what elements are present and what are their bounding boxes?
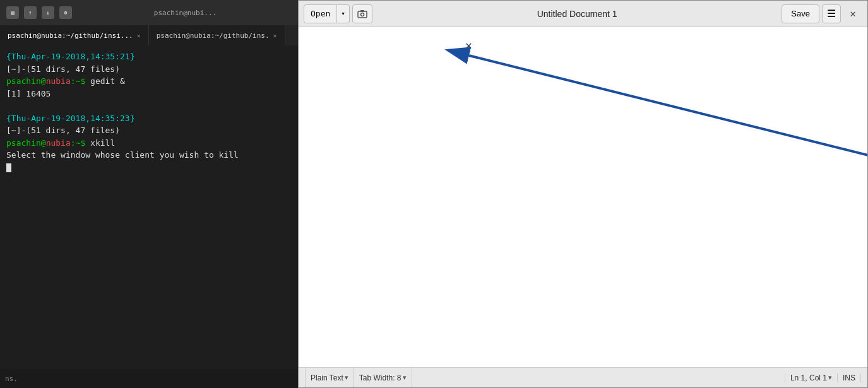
- terminal-line-9: Select the window whose client you wish …: [6, 149, 294, 162]
- gedit-statusbar: Plain Text ▾ Tab Width: 8 ▾ Ln 1, Col 1 …: [299, 367, 867, 387]
- statusbar-plaintext-label: Plain Text: [311, 373, 343, 382]
- gedit-window: Open ▾ Untitled Document 1 Save ☰ ✕ ✕: [298, 0, 868, 388]
- terminal-tab-1[interactable]: psachin@nubia:~/github/insi... ✕: [0, 25, 149, 45]
- gedit-titlebar: Open ▾ Untitled Document 1 Save ☰ ✕: [299, 1, 867, 27]
- gedit-save-button[interactable]: Save: [782, 4, 819, 23]
- statusbar-tabwidth-dropdown[interactable]: ▾: [403, 373, 407, 382]
- x-marker: ✕: [465, 38, 472, 52]
- statusbar-tabwidth-label: Tab Width: 8: [359, 373, 401, 382]
- gedit-editor[interactable]: ✕: [299, 27, 867, 367]
- statusbar-lncol-label: Ln 1, Col 1: [790, 373, 827, 382]
- terminal-line-8: psachin@nubia:~$ xkill: [6, 137, 294, 150]
- terminal-title: psachin@nubi...: [154, 9, 217, 17]
- gedit-open-button[interactable]: Open: [304, 4, 337, 23]
- svg-point-1: [360, 13, 364, 16]
- terminal-bottom: ns.: [0, 369, 300, 388]
- gedit-document-title: Untitled Document 1: [372, 9, 782, 19]
- statusbar-tabwidth[interactable]: Tab Width: 8 ▾: [354, 368, 412, 387]
- arrow-annotation: [425, 40, 867, 166]
- terminal-tabs: psachin@nubia:~/github/insi... ✕ psachin…: [0, 25, 300, 45]
- gedit-menu-button[interactable]: ☰: [822, 4, 841, 23]
- statusbar-ins: INS: [838, 373, 861, 382]
- terminal-btn-1[interactable]: ▤: [6, 6, 19, 19]
- statusbar-plaintext-dropdown[interactable]: ▾: [345, 373, 348, 382]
- terminal-tab-2-close[interactable]: ✕: [273, 32, 277, 39]
- terminal-content: {Thu-Apr-19-2018,14:35:21} [~]-(51 dirs,…: [0, 45, 300, 388]
- terminal-line-6: {Thu-Apr-19-2018,14:35:23}: [6, 112, 294, 125]
- terminal-tab-1-close[interactable]: ✕: [137, 32, 141, 39]
- terminal-line-1: {Thu-Apr-19-2018,14:35:21}: [6, 50, 294, 63]
- statusbar-ins-label: INS: [843, 373, 855, 382]
- gedit-close-button[interactable]: ✕: [843, 4, 862, 23]
- statusbar-plaintext[interactable]: Plain Text ▾: [305, 368, 354, 387]
- svg-rect-0: [358, 11, 367, 18]
- terminal-line-3: psachin@nubia:~$ gedit &: [6, 75, 294, 88]
- terminal-tab-2[interactable]: psachin@nubia:~/github/ins. ✕: [149, 25, 285, 45]
- terminal-btn-3[interactable]: ↓: [42, 6, 54, 19]
- statusbar-lncol-dropdown[interactable]: ▾: [828, 373, 832, 382]
- gedit-open-dropdown[interactable]: ▾: [337, 4, 350, 23]
- terminal-line-7: [~]-(51 dirs, 47 files): [6, 124, 294, 137]
- terminal-bottom-text: ns.: [5, 375, 18, 383]
- terminal-line-4: [1] 16405: [6, 88, 294, 100]
- statusbar-lncol: Ln 1, Col 1 ▾: [785, 373, 838, 382]
- terminal-topbar: ▤ ↑ ↓ ⊕ psachin@nubi...: [0, 0, 300, 25]
- terminal-line-2: [~]-(51 dirs, 47 files): [6, 63, 294, 76]
- gedit-open-button-group: Open ▾: [304, 4, 350, 23]
- gedit-camera-button[interactable]: [352, 4, 372, 23]
- terminal-line-10: [6, 162, 294, 174]
- terminal-line-5: [6, 100, 294, 112]
- svg-rect-2: [360, 10, 364, 12]
- terminal-window: ▤ ↑ ↓ ⊕ psachin@nubi... psachin@nubia:~/…: [0, 0, 300, 388]
- statusbar-right-section: Ln 1, Col 1 ▾ INS: [785, 373, 861, 382]
- terminal-btn-4[interactable]: ⊕: [59, 6, 72, 19]
- terminal-btn-2[interactable]: ↑: [24, 6, 37, 19]
- svg-line-4: [469, 56, 867, 156]
